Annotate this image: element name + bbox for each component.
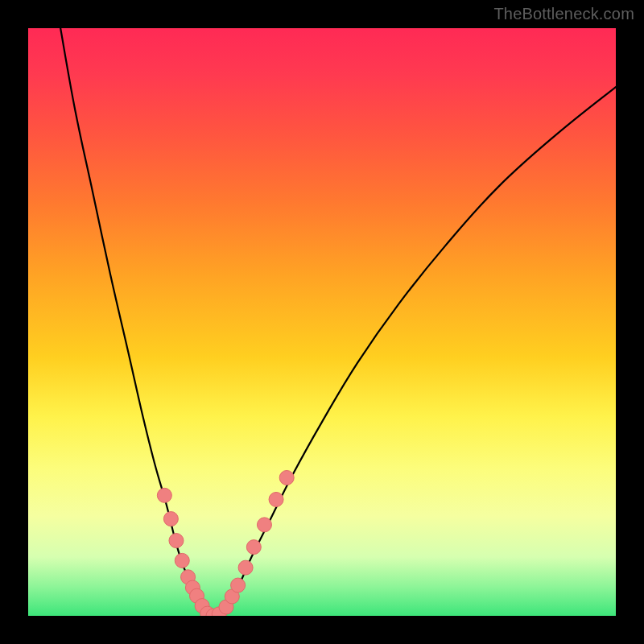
- marker-dot: [257, 518, 271, 532]
- marker-dot: [279, 470, 294, 485]
- marker-dot: [157, 488, 171, 502]
- curve-svg: [28, 28, 616, 616]
- marker-dot: [231, 578, 246, 592]
- marker-dot: [169, 534, 184, 548]
- marker-dot: [246, 540, 261, 555]
- watermark-text: TheBottleneck.com: [493, 5, 634, 23]
- bottleneck-curve: [60, 28, 616, 616]
- marker-dot: [238, 560, 253, 575]
- outer-frame: TheBottleneck.com: [0, 0, 644, 644]
- marker-group: [157, 470, 294, 616]
- marker-dot: [269, 492, 283, 506]
- marker-dot: [175, 553, 189, 568]
- plot-area: [28, 28, 616, 616]
- marker-dot: [163, 512, 178, 526]
